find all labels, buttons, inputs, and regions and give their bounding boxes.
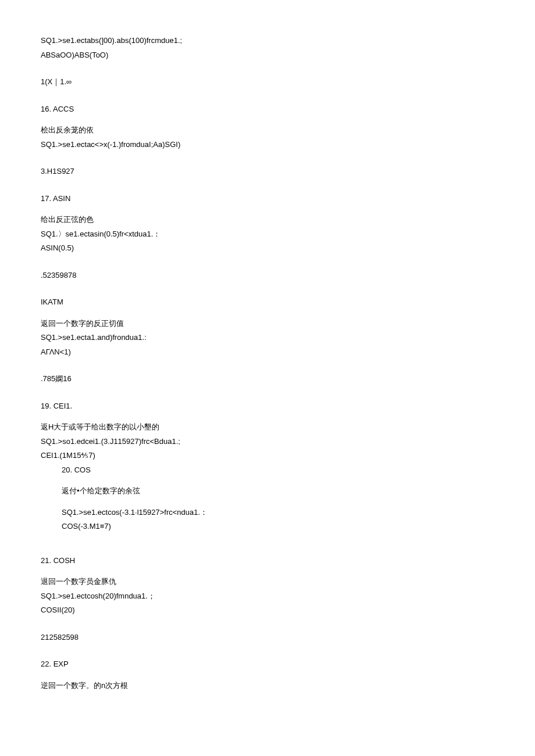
code-line: 1(X｜1.∞	[41, 76, 494, 88]
output-line: CEI1.(1M15⅘7)	[41, 450, 494, 461]
code-line: SQ1.>se1.ecta1.and)frondua1.:	[41, 332, 494, 343]
section-heading: 22. EXP	[41, 658, 494, 670]
section-desc: 返H大于或等于给出数字的以小墾的	[41, 421, 494, 433]
section-desc: 给出反正弦的色	[41, 214, 494, 225]
section-desc: 返回一个数字的反正切值	[41, 318, 494, 329]
code-line: SQ1.>se1.ectac<>x(-1.)fromduaI;Aa)SGI)	[41, 139, 494, 151]
section-desc: 退回一个数字员金豚仇	[41, 576, 494, 587]
section-heading: 21. COSH	[41, 555, 494, 567]
code-line: ASIN(0.5)	[41, 242, 494, 254]
output-line: 212582598	[41, 632, 494, 643]
output-line: .785嫻16	[41, 373, 494, 385]
code-line: COSII(20)	[41, 604, 494, 616]
section-heading: 19. CEI1.	[41, 400, 494, 412]
code-line: SQ1.〉se1.ectasin(0.5)fr<xtdua1.：	[41, 228, 494, 240]
section-heading: 16. ACCS	[41, 103, 494, 115]
section-desc: 逆回一个数字。的n次方根	[41, 680, 494, 691]
section-heading: IKATM	[41, 296, 494, 308]
code-line: SQ1.>so1.edcei1.(3.J115927)frc<Bdua1.;	[41, 436, 494, 447]
section-heading: 17. ASIN	[41, 193, 494, 205]
section-heading: 20. COS	[62, 464, 494, 476]
code-line: ABSaOO)ABS(ToO)	[41, 49, 494, 61]
code-line: SQ1.>se1.ectabs(]00).abs(100)frcmdue1.;	[41, 35, 494, 46]
code-line: SQ1.>se1.ectcosh(20)fmndua1.；	[41, 590, 494, 602]
section-desc: 桧出反余茏的依	[41, 124, 494, 136]
section-desc: 返付•个给定数字的余弦	[62, 485, 494, 497]
output-line: 3.H1S927	[41, 166, 494, 177]
code-line: SQ1.>se1.ectcos(-3.1·l15927>frc<ndua1.：	[62, 507, 494, 518]
output-line: .52359878	[41, 270, 494, 281]
code-line: AΓΛN<1)	[41, 346, 494, 358]
output-line: COS(-3.M1≡7)	[62, 521, 494, 532]
